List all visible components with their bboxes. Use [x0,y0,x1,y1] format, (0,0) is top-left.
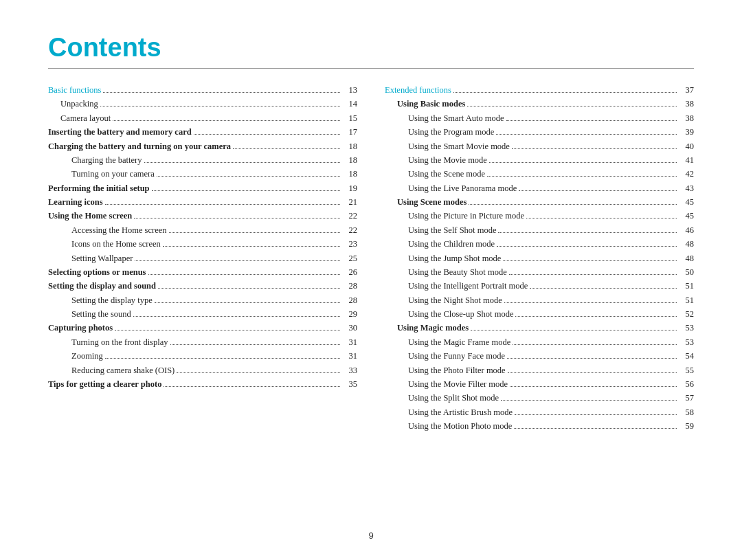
toc-dots [158,288,340,289]
toc-label: Turning on your camera [71,168,155,181]
toc-entry: Using the Magic Frame mode53 [385,336,694,349]
toc-label: Unpacking [60,98,98,111]
divider [48,68,694,69]
left-column: Basic functions13Unpacking14Camera layou… [48,84,357,434]
toc-dots [489,162,677,163]
toc-label: Using the Program mode [408,126,494,139]
toc-dots [144,162,340,163]
toc-dots [507,358,677,359]
toc-entry: Using the Smart Auto mode38 [385,112,694,125]
toc-page-number: 30 [342,322,357,335]
toc-label: Using the Live Panorama mode [408,182,517,195]
toc-label: Using the Photo Filter mode [408,364,506,377]
toc-page-number: 35 [342,378,357,391]
toc-entry: Using the Self Shot mode46 [385,224,694,237]
toc-entry: Icons on the Home screen23 [48,238,357,251]
toc-entry: Charging the battery18 [48,154,357,167]
toc-label: Setting the display type [71,294,153,307]
toc-entry: Using the Funny Face mode54 [385,350,694,363]
toc-label: Basic functions [48,84,101,97]
toc-entry: Using the Jump Shot mode48 [385,252,694,265]
toc-label: Charging the battery and turning on your… [48,140,231,153]
toc-label: Using the Movie mode [408,154,487,167]
toc-page-number: 17 [342,126,357,139]
toc-page-number: 51 [679,294,694,307]
toc-dots [497,246,677,247]
toc-page-number: 15 [342,112,357,125]
toc-label: Using the Artistic Brush mode [408,406,513,419]
toc-page-number: 25 [342,252,357,265]
toc-entry: Using the Split Shot mode57 [385,392,694,405]
toc-label: Selecting options or menus [48,266,146,279]
toc-label: Capturing photos [48,322,113,335]
toc-dots [530,288,677,289]
toc-page-number: 39 [679,126,694,139]
toc-label: Using the Movie Filter mode [408,378,508,391]
toc-page-number: 56 [679,378,694,391]
toc-dots [113,120,340,121]
toc-label: Using the Beauty Shot mode [408,266,507,279]
toc-entry: Reducing camera shake (OIS)33 [48,364,357,377]
toc-label: Charging the battery [71,154,142,167]
toc-entry: Inserting the battery and memory card17 [48,126,357,139]
toc-label: Setting the display and sound [48,280,156,293]
toc-page-number: 19 [342,182,357,195]
toc-entry: Learning icons21 [48,196,357,209]
toc-dots [170,344,340,345]
toc-page-number: 51 [679,280,694,293]
toc-dots [496,134,677,135]
toc-dots [169,232,341,233]
toc-page-number: 37 [679,84,694,97]
toc-dots [471,330,677,331]
toc-dots [487,176,677,177]
toc-dots [453,92,677,93]
toc-label: Camera layout [60,112,111,125]
toc-label: Using Basic modes [397,98,465,111]
toc-label: Using the Split Shot mode [408,392,499,405]
toc-entry: Tips for getting a clearer photo35 [48,378,357,391]
toc-entry: Using Basic modes38 [385,98,694,111]
toc-label: Setting the sound [71,308,131,321]
toc-entry: Accessing the Home screen22 [48,224,357,237]
toc-entry: Setting Wallpaper25 [48,252,357,265]
toc-entry: Using the Motion Photo mode59 [385,420,694,433]
toc-dots [512,148,677,149]
toc-dots [501,400,677,401]
toc-entry: Using the Children mode48 [385,238,694,251]
toc-label: Using the Magic Frame mode [408,336,510,349]
toc-label: Using the Intelligent Portrait mode [408,280,528,293]
toc-label: Reducing camera shake (OIS) [71,364,175,377]
toc-page-number: 42 [679,168,694,181]
toc-page-number: 50 [679,266,694,279]
toc-entry: Using the Movie mode41 [385,154,694,167]
toc-dots [157,176,340,177]
toc-dots [508,372,677,373]
toc-label: Zooming [71,350,103,363]
toc-dots [152,190,340,191]
toc-entry: Using the Photo Filter mode55 [385,364,694,377]
toc-entry: Using the Night Shot mode51 [385,294,694,307]
toc-label: Performing the initial setup [48,182,150,195]
toc-entry: Unpacking14 [48,98,357,111]
toc-page-number: 26 [342,266,357,279]
toc-dots [100,106,340,107]
toc-page-number: 38 [679,112,694,125]
toc-dots [515,316,677,317]
toc-entry: Extended functions37 [385,84,694,97]
toc-dots [526,218,677,219]
toc-dots [105,204,340,205]
toc-page-number: 43 [679,182,694,195]
toc-dots [233,148,340,149]
toc-dots [164,386,340,387]
toc-columns: Basic functions13Unpacking14Camera layou… [48,84,694,434]
toc-page-number: 54 [679,350,694,363]
toc-label: Using the Close-up Shot mode [408,308,513,321]
toc-entry: Using the Beauty Shot mode50 [385,266,694,279]
toc-entry: Selecting options or menus26 [48,266,357,279]
toc-dots [509,274,677,275]
toc-page-number: 55 [679,364,694,377]
toc-page-number: 53 [679,336,694,349]
toc-entry: Using the Picture in Picture mode45 [385,210,694,223]
toc-dots [103,92,340,93]
toc-label: Using the Home screen [48,210,132,223]
